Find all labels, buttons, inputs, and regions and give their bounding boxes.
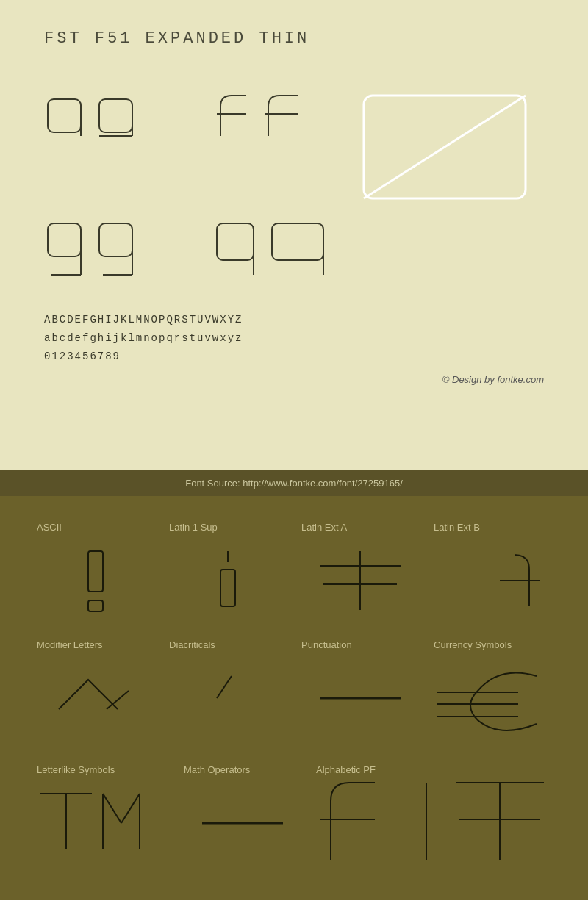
charset-letterlike-label: Letterlike Symbols bbox=[37, 764, 115, 775]
em-dash-glyph bbox=[316, 672, 404, 724]
i-acute-glyph bbox=[206, 547, 250, 614]
punctuation-symbol bbox=[301, 661, 419, 735]
currency-symbol bbox=[434, 661, 551, 735]
grave-glyph bbox=[213, 672, 243, 724]
glyph-gg bbox=[44, 220, 140, 281]
alphabet-uppercase: ABCDEFGHIJKLMNOPQRSTUVWXYZ bbox=[44, 311, 544, 329]
glyph-rect-slash bbox=[360, 92, 537, 212]
charset-currency: Currency Symbols bbox=[426, 628, 559, 746]
charset-alphabetic-pf-label: Alphabetic PF bbox=[316, 764, 376, 775]
source-text: Font Source: http://www.fontke.com/font/… bbox=[185, 478, 403, 489]
tm-glyph bbox=[37, 786, 169, 860]
letterlike-symbol bbox=[37, 786, 169, 860]
charset-modifier: Modifier Letters bbox=[29, 628, 162, 746]
charset-ascii-label: ASCII bbox=[37, 522, 62, 533]
alphabet-display: ABCDEFGHIJKLMNOPQRSTUVWXYZ abcdefghijklm… bbox=[44, 311, 544, 367]
charset-currency-label: Currency Symbols bbox=[434, 639, 512, 650]
glyph-ff bbox=[213, 92, 316, 154]
charset-row3: Letterlike Symbols Math Operators bbox=[29, 753, 559, 871]
euro-glyph bbox=[434, 661, 551, 735]
glyph-qq bbox=[213, 220, 331, 281]
charset-diacriticals-label: Diacriticals bbox=[169, 639, 215, 650]
caret-glyph bbox=[51, 672, 140, 724]
alphabetic-pf-symbol bbox=[316, 786, 551, 860]
alphabet-digits: 0123456789 bbox=[44, 348, 544, 366]
charset-punctuation-label: Punctuation bbox=[301, 639, 352, 650]
charset-latin1sup-label: Latin 1 Sup bbox=[169, 522, 218, 533]
charset-latin-ext-b: Latin Ext B bbox=[426, 511, 559, 628]
charset-math-label: Math Operators bbox=[184, 764, 250, 775]
font-title: FST F51 EXPANDED THIN bbox=[44, 29, 544, 48]
svg-rect-19 bbox=[88, 551, 103, 592]
svg-rect-12 bbox=[99, 223, 132, 256]
charset-alphabetic-pf: Alphabetic PF bbox=[309, 753, 559, 871]
svg-line-35 bbox=[103, 794, 121, 823]
source-bar: Font Source: http://www.fontke.com/font/… bbox=[0, 470, 588, 496]
svg-rect-17 bbox=[272, 223, 323, 260]
charset-latin1sup: Latin 1 Sup bbox=[162, 511, 294, 628]
charset-letterlike: Letterlike Symbols bbox=[29, 753, 176, 871]
svg-rect-2 bbox=[99, 99, 132, 132]
svg-line-8 bbox=[364, 96, 526, 198]
top-section: FST F51 EXPANDED THIN bbox=[0, 0, 588, 470]
glyph-showcase: ABCDEFGHIJKLMNOPQRSTUVWXYZ abcdefghijklm… bbox=[44, 92, 544, 385]
modifier-symbol bbox=[37, 661, 154, 735]
charset-row2: Modifier Letters Diacriticals Punctuatio… bbox=[29, 628, 559, 746]
bottom-section: ASCII Latin 1 Sup Latin Ext A bbox=[0, 496, 588, 900]
svg-rect-20 bbox=[88, 600, 103, 611]
credit-text: © Design by fontke.com bbox=[44, 374, 544, 385]
alphabet-lowercase: abcdefghijklmnopqrstuvwxyz bbox=[44, 329, 544, 348]
charset-latin-ext-b-label: Latin Ext B bbox=[434, 522, 480, 533]
glyph-aa bbox=[44, 92, 140, 154]
exclamation-glyph bbox=[74, 547, 118, 614]
charset-diacriticals: Diacriticals bbox=[162, 628, 294, 746]
latin-ext-b-symbol bbox=[434, 544, 551, 617]
latin1sup-symbol bbox=[169, 544, 287, 617]
cross-bar-glyph bbox=[316, 547, 404, 614]
svg-rect-15 bbox=[217, 223, 254, 260]
svg-rect-9 bbox=[48, 223, 81, 256]
svg-line-36 bbox=[121, 794, 140, 823]
charset-punctuation: Punctuation bbox=[294, 628, 426, 746]
charset-ascii: ASCII bbox=[29, 511, 162, 628]
svg-rect-0 bbox=[48, 99, 81, 132]
svg-line-27 bbox=[217, 676, 232, 698]
svg-rect-22 bbox=[220, 570, 235, 606]
charset-math: Math Operators bbox=[176, 753, 309, 871]
charset-row1: ASCII Latin 1 Sup Latin Ext A bbox=[29, 511, 559, 628]
charset-latin-ext-a: Latin Ext A bbox=[294, 511, 426, 628]
math-symbol bbox=[184, 786, 301, 860]
charset-modifier-label: Modifier Letters bbox=[37, 639, 103, 650]
ascii-symbol bbox=[37, 544, 154, 617]
florin-glyph bbox=[441, 547, 544, 614]
latin-ext-a-symbol bbox=[301, 544, 419, 617]
f-cross-glyph bbox=[316, 779, 551, 867]
diacriticals-symbol bbox=[169, 661, 287, 735]
charset-latin-ext-a-label: Latin Ext A bbox=[301, 522, 347, 533]
minus-glyph bbox=[198, 797, 287, 849]
